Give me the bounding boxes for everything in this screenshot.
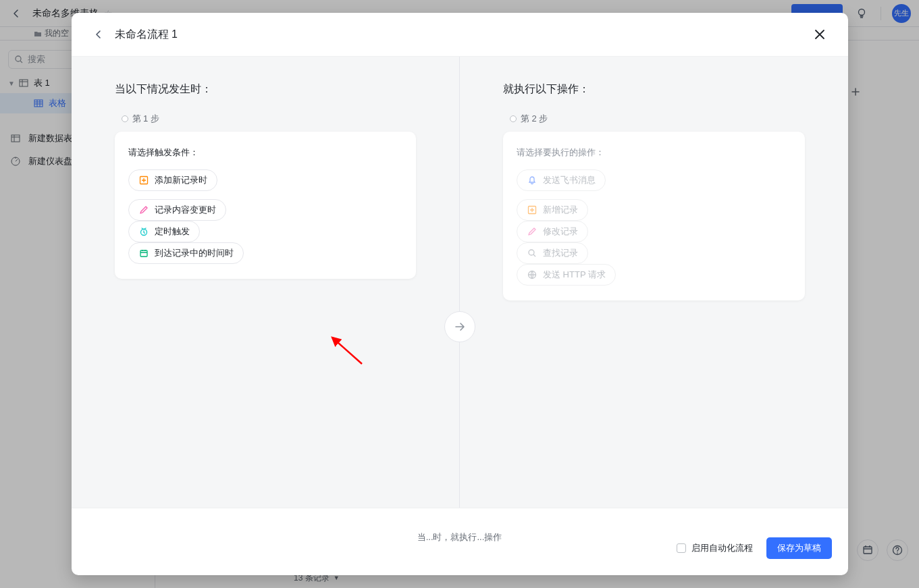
- pill-label: 定时触发: [155, 225, 190, 238]
- globe-icon: [527, 269, 537, 280]
- action-card: 请选择要执行的操作： 发送飞书消息 新增记录: [503, 132, 805, 300]
- step-dot-icon: [510, 115, 517, 122]
- step-1-label: 第 1 步: [122, 113, 417, 125]
- automation-modal: 未命名流程 1 当以下情况发生时： 第 1 步 请选择触发条件：: [72, 13, 848, 575]
- action-add-record[interactable]: 新增记录: [517, 199, 588, 221]
- action-heading: 就执行以下操作：: [503, 82, 805, 97]
- search-icon: [527, 248, 537, 259]
- pill-label: 新增记录: [543, 204, 578, 216]
- calendar-icon: [138, 248, 149, 259]
- step-1-text: 第 1 步: [132, 113, 159, 125]
- step-dot-icon: [122, 115, 128, 122]
- modal-back-button[interactable]: [90, 26, 107, 43]
- close-icon: [813, 28, 826, 41]
- edit-icon: [527, 226, 537, 237]
- save-draft-button[interactable]: 保存为草稿: [766, 537, 832, 559]
- modal-footer: 当...时，就执行...操作 启用自动化流程 保存为草稿: [72, 508, 848, 575]
- modal-overlay: 未命名流程 1 当以下情况发生时： 第 1 步 请选择触发条件：: [0, 0, 919, 588]
- modal-header: 未命名流程 1: [72, 13, 848, 57]
- edit-icon: [138, 205, 149, 215]
- action-http-request[interactable]: 发送 HTTP 请求: [517, 264, 616, 286]
- clock-icon: [138, 226, 149, 237]
- action-card-title: 请选择要执行的操作：: [517, 146, 791, 159]
- trigger-add-record[interactable]: 添加新记录时: [128, 169, 217, 191]
- svg-point-14: [529, 250, 534, 255]
- trigger-card: 请选择触发条件： 添加新记录时 记录内容变更时: [115, 132, 417, 279]
- step-2-label: 第 2 步: [510, 113, 805, 125]
- pill-label: 到达记录中的时间时: [155, 247, 234, 259]
- trigger-heading: 当以下情况发生时：: [115, 82, 417, 97]
- action-panel: 就执行以下操作： 第 2 步 请选择要执行的操作： 发送飞书消息: [460, 57, 848, 508]
- close-button[interactable]: [810, 25, 829, 44]
- trigger-record-change[interactable]: 记录内容变更时: [128, 199, 226, 221]
- record-add-icon: [138, 175, 149, 186]
- flow-summary: 当...时，就执行...操作: [417, 531, 502, 543]
- pill-label: 发送飞书消息: [543, 174, 596, 186]
- action-send-feishu[interactable]: 发送飞书消息: [517, 169, 606, 191]
- trigger-timer[interactable]: 定时触发: [128, 221, 200, 242]
- enable-automation-checkbox[interactable]: 启用自动化流程: [677, 542, 753, 554]
- pill-label: 记录内容变更时: [155, 204, 216, 216]
- bell-icon: [527, 175, 537, 186]
- step-2-text: 第 2 步: [521, 113, 548, 125]
- pill-label: 查找记录: [543, 247, 578, 259]
- trigger-panel: 当以下情况发生时： 第 1 步 请选择触发条件： 添加新记录时: [72, 57, 461, 508]
- checkbox-label: 启用自动化流程: [691, 542, 753, 554]
- trigger-date-reached[interactable]: 到达记录中的时间时: [128, 242, 244, 264]
- action-modify-record[interactable]: 修改记录: [517, 221, 588, 242]
- pill-label: 添加新记录时: [155, 174, 207, 186]
- svg-rect-10: [140, 250, 147, 257]
- modal-body: 当以下情况发生时： 第 1 步 请选择触发条件： 添加新记录时: [72, 57, 848, 508]
- modal-title[interactable]: 未命名流程 1: [115, 28, 178, 42]
- pill-label: 发送 HTTP 请求: [543, 269, 606, 281]
- checkbox-icon: [677, 543, 686, 553]
- trigger-card-title: 请选择触发条件：: [128, 146, 403, 159]
- pill-label: 修改记录: [543, 225, 578, 238]
- record-add-icon: [527, 205, 537, 215]
- action-find-record[interactable]: 查找记录: [517, 242, 588, 264]
